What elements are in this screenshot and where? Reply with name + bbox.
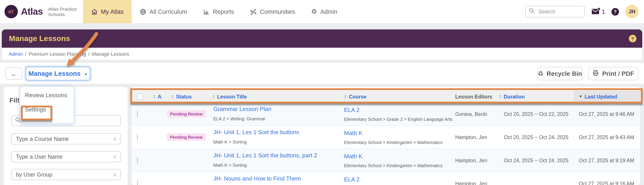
column-label: Status (176, 94, 192, 99)
nav-tab-label: All Curriculum (150, 8, 187, 15)
lesson-path: Math K > Sorting (213, 163, 337, 168)
last-updated: Oct 27, 2025 at 9:19 AM (574, 158, 640, 163)
column-header-course[interactable]: ▲▼ Course (337, 90, 446, 103)
user-name-select[interactable]: Type a User Name ▲▼ (11, 151, 121, 162)
sort-icon: ▲▼ (172, 95, 174, 99)
print-pdf-button[interactable]: Print / PDF (588, 67, 638, 80)
page-help-icon[interactable]: ? (629, 35, 636, 42)
column-header-duration[interactable]: ▲▼ Duration (496, 90, 574, 103)
org-name-line2: Schools (48, 11, 77, 17)
brand-wordmark: Atlas (21, 6, 43, 17)
lessons-table: ▲▼ A ▲▼ Status ▲▼ Lesson Title ▲▼ Course… (132, 87, 640, 185)
course-link[interactable]: Math K (344, 130, 446, 136)
home-icon (91, 8, 98, 15)
lesson-title-link[interactable]: JH- Unit 1, Les 1 Sort the buttons, part… (213, 152, 337, 159)
nav-tab-all-curriculum[interactable]: All Curriculum (132, 0, 195, 23)
org-name-line1: Atlas Practice (48, 6, 77, 11)
row-checkbox[interactable] (137, 111, 138, 117)
recycle-bin-button[interactable]: ♻ Recycle Bin (537, 67, 582, 80)
course-link[interactable]: ELA 2 (344, 176, 446, 183)
printer-icon (592, 70, 599, 78)
manage-lessons-dropdown-button[interactable]: Manage Lessons ▲ (26, 66, 90, 81)
lesson-path: ELA 2 > Writing: Grammar (213, 116, 337, 121)
brand[interactable]: AT Atlas Atlas Practice Schools (4, 5, 77, 18)
atlas-logo-icon: AT (4, 5, 18, 18)
row-checkbox[interactable] (137, 134, 138, 140)
back-button[interactable]: ← (5, 67, 22, 80)
dropdown-button-label: Manage Lessons (28, 70, 80, 77)
select-all-checkbox[interactable] (137, 93, 143, 100)
page-header-card: Manage Lessons ? Admin / Premium Lesson … (2, 29, 642, 60)
gear-icon: ⚙ (311, 7, 317, 15)
updown-icon: ▲▼ (114, 137, 116, 141)
lesson-title-link[interactable]: Grammar Lesson Plan (213, 106, 337, 112)
user-group-select[interactable]: by User Group ▲▼ (11, 169, 121, 180)
column-header-a[interactable]: ▲▼ A (150, 90, 167, 103)
logo-initials: AT (8, 9, 14, 14)
toolbar: ← Manage Lessons ▲ ♻ Recycle Bin Print /… (0, 63, 644, 84)
duration: Oct 24, 2025 ~ Oct 24, 2025 (496, 158, 574, 163)
row-checkbox[interactable] (137, 157, 138, 163)
column-header-status[interactable]: ▲▼ Status (167, 90, 205, 103)
updown-icon: ▲▼ (114, 155, 116, 159)
last-updated: Oct 27, 2025 at 9:43 AM (574, 134, 640, 140)
column-header-last-updated[interactable]: ▼ Last Updated (574, 90, 640, 103)
breadcrumb: Admin / Premium Lesson Planning / Manage… (2, 48, 642, 60)
sort-icon: ▲▼ (344, 95, 346, 99)
nav-tab-label: Admin (320, 8, 338, 15)
duration: Oct 20, 2025 ~ Oct 22, 2025 (496, 111, 574, 117)
breadcrumb-admin-link[interactable]: Admin (9, 51, 23, 56)
lesson-title-link[interactable]: JH- Unit 1, Les 1 Sort the buttons (213, 129, 337, 136)
global-search[interactable] (525, 6, 585, 17)
nav-tab-label: Communities (260, 8, 295, 15)
sort-desc-icon: ▼ (579, 95, 582, 99)
search-icon (529, 7, 535, 15)
nav-tab-my-atlas[interactable]: My Atlas (83, 0, 132, 23)
nav-tab-admin[interactable]: ⚙ Admin (303, 0, 345, 23)
sort-icon: ▲▼ (499, 95, 502, 99)
status-badge: Pending Review (167, 110, 206, 118)
sort-icon: ▲▼ (212, 95, 215, 99)
sort-icon: ▲▼ (153, 95, 156, 99)
course-link[interactable]: Math K (344, 153, 446, 160)
recycle-button-label: Recycle Bin (546, 70, 582, 77)
duration: Oct 20, 2025 ~ Oct 24, 2025 (496, 134, 574, 140)
column-header-lesson-editors: Lesson Editors (446, 90, 496, 103)
lesson-editors: Hampton, Jen (446, 181, 496, 185)
page-title: Manage Lessons (9, 34, 70, 43)
column-header-lesson-title[interactable]: ▲▼ Lesson Title (205, 90, 337, 103)
nav-right: 1 ? JH (525, 5, 639, 18)
course-name-select[interactable]: Type a Course Name ▲▼ (11, 133, 121, 145)
avatar[interactable]: JH (625, 5, 639, 18)
lesson-editors: Hampton, Jen (446, 158, 496, 163)
messages-button[interactable]: 1 (592, 7, 605, 16)
nav-tab-communities[interactable]: Communities (242, 0, 303, 23)
status-badge: Pending Review (167, 133, 206, 141)
column-label: Last Updated (585, 94, 617, 99)
search-input[interactable] (537, 8, 582, 15)
nav-tab-reports[interactable]: Reports (195, 0, 242, 23)
menu-item-review-lessons[interactable]: Review Lessons (25, 92, 69, 99)
bar-chart-icon (203, 8, 210, 15)
lesson-title-link[interactable]: JH- Nouns and How to Find Them (213, 175, 337, 182)
row-checkbox[interactable] (137, 180, 138, 185)
help-icon[interactable]: ? (612, 8, 619, 15)
lesson-editors: Hampton, Jen (446, 134, 496, 140)
lesson-editors: Goniea, Becki (446, 111, 496, 117)
primary-nav: My Atlas All Curriculum Reports Communit… (83, 0, 346, 23)
menu-item-settings[interactable]: Settings (25, 106, 69, 113)
top-nav: AT Atlas Atlas Practice Schools My Atlas… (0, 0, 644, 23)
column-label: A (158, 94, 162, 99)
course-path: Elementary School > Grade 2 > English La… (344, 117, 446, 122)
last-updated: Oct 27, 2025 at 9:46 AM (574, 111, 640, 117)
print-button-label: Print / PDF (602, 70, 634, 77)
page: AT Atlas Atlas Practice Schools My Atlas… (0, 0, 644, 185)
nav-tab-label: Reports (213, 8, 234, 15)
breadcrumb-item-current: Manage Lessons (92, 51, 129, 56)
column-label: Lesson Editors (455, 94, 492, 99)
manage-lessons-menu: Review Lessons Settings (20, 86, 74, 124)
course-path: Elementary School > Kindergarten > Mathe… (344, 140, 446, 145)
breadcrumb-item: Premium Lesson Planning (29, 51, 86, 56)
course-link[interactable]: ELA 2 (344, 107, 446, 113)
globe-icon (140, 8, 146, 15)
